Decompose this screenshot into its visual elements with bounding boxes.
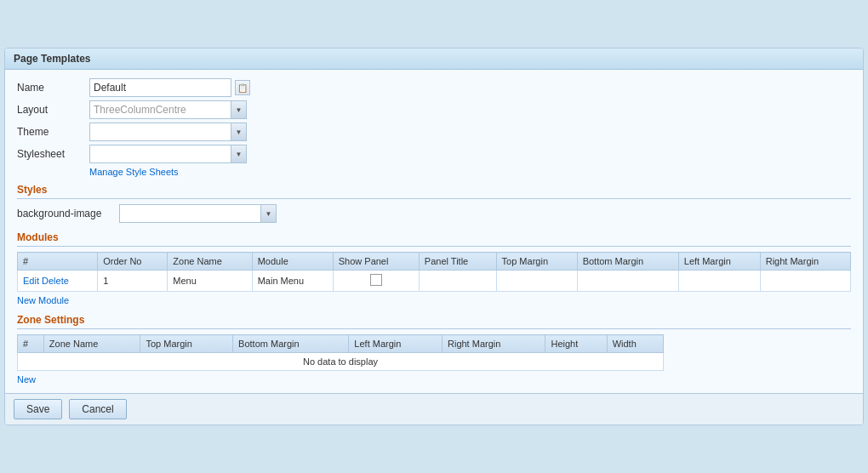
zone-settings-section-divider: Zone Settings <box>17 314 851 329</box>
manage-stylesheets-link[interactable]: Manage Style Sheets <box>89 167 851 177</box>
zone-col-width: Width <box>607 335 663 353</box>
row-module: Main Menu <box>252 271 333 292</box>
page-title-bar: Page Templates <box>5 48 863 70</box>
bg-image-row: background-image <box>17 204 851 223</box>
delete-link[interactable]: Delete <box>42 276 69 286</box>
styles-line <box>17 198 851 199</box>
cancel-button[interactable]: Cancel <box>69 399 126 419</box>
col-top-margin: Top Margin <box>496 253 577 271</box>
new-zone-link[interactable]: New <box>17 374 851 385</box>
name-input[interactable] <box>89 78 231 97</box>
theme-row: Theme <box>17 123 851 141</box>
zone-table-wrapper: # Zone Name Top Margin Bottom Margin Lef… <box>17 334 851 371</box>
col-right-margin: Right Margin <box>760 253 850 271</box>
content-area: Name 📋 Layout ThreeColumnCentre Theme S <box>5 70 863 393</box>
col-module: Module <box>252 253 333 271</box>
save-button[interactable]: Save <box>14 399 62 419</box>
main-container: Page Templates Name 📋 Layout ThreeColumn… <box>4 48 864 425</box>
col-left-margin: Left Margin <box>678 253 760 271</box>
styles-section-divider: Styles <box>17 184 851 199</box>
zone-col-height: Height <box>545 335 607 353</box>
row-zone-name: Menu <box>168 271 252 292</box>
name-input-wrapper: 📋 <box>89 78 250 97</box>
stylesheet-select[interactable] <box>89 145 247 163</box>
row-order-no: 1 <box>98 271 168 292</box>
modules-line <box>17 246 851 247</box>
row-top-margin <box>496 271 577 292</box>
layout-arrow[interactable] <box>231 101 246 118</box>
zone-col-top-margin: Top Margin <box>140 335 233 353</box>
theme-arrow[interactable] <box>231 123 246 140</box>
stylesheet-row: Stylesheet <box>17 145 851 163</box>
zone-header-row: # Zone Name Top Margin Bottom Margin Lef… <box>18 335 664 353</box>
modules-header-row: # Order No Zone Name Module Show Panel P… <box>18 253 851 271</box>
row-panel-title <box>419 271 496 292</box>
modules-title: Modules <box>17 231 851 243</box>
no-data-cell: No data to display <box>18 353 664 371</box>
zone-col-right-margin: Right Margin <box>443 335 545 353</box>
stylesheet-arrow[interactable] <box>231 145 246 162</box>
row-right-margin <box>760 271 850 292</box>
col-panel-title: Panel Title <box>419 253 496 271</box>
col-zone-name: Zone Name <box>168 253 252 271</box>
row-show-panel <box>333 271 419 292</box>
zone-col-hash: # <box>18 335 44 353</box>
styles-title: Styles <box>17 184 851 196</box>
zone-settings-title: Zone Settings <box>17 314 851 326</box>
modules-table-wrapper: # Order No Zone Name Module Show Panel P… <box>17 252 851 292</box>
layout-row: Layout ThreeColumnCentre <box>17 100 851 119</box>
bg-image-arrow[interactable] <box>260 205 276 222</box>
new-module-link[interactable]: New Module <box>17 295 851 305</box>
bottom-bar: Save Cancel <box>5 393 863 425</box>
zone-col-left-margin: Left Margin <box>349 335 443 353</box>
col-bottom-margin: Bottom Margin <box>577 253 678 271</box>
row-left-margin <box>678 271 760 292</box>
theme-select[interactable] <box>89 123 247 141</box>
zone-col-bottom-margin: Bottom Margin <box>233 335 349 353</box>
bg-image-select[interactable] <box>119 204 277 223</box>
show-panel-checkbox[interactable] <box>370 274 382 286</box>
page-title: Page Templates <box>14 53 90 65</box>
edit-link[interactable]: Edit <box>23 276 39 286</box>
col-order-no: Order No <box>98 253 168 271</box>
layout-label: Layout <box>17 104 89 116</box>
row-bottom-margin <box>577 271 678 292</box>
modules-section-divider: Modules <box>17 231 851 247</box>
zone-col-zone-name: Zone Name <box>43 335 140 353</box>
stylesheet-label: Stylesheet <box>17 148 89 160</box>
layout-select[interactable]: ThreeColumnCentre <box>89 100 247 119</box>
name-label: Name <box>17 82 89 94</box>
table-row: Edit Delete 1 Menu Main Menu <box>18 271 851 292</box>
zone-no-data-row: No data to display <box>18 353 664 371</box>
modules-table: # Order No Zone Name Module Show Panel P… <box>17 252 851 292</box>
row-actions: Edit Delete <box>18 271 98 292</box>
col-show-panel: Show Panel <box>333 253 419 271</box>
zone-settings-line <box>17 328 851 329</box>
zone-table: # Zone Name Top Margin Bottom Margin Lef… <box>17 334 664 371</box>
col-hash: # <box>18 253 98 271</box>
theme-label: Theme <box>17 126 89 138</box>
layout-value: ThreeColumnCentre <box>90 104 231 116</box>
copy-icon[interactable]: 📋 <box>235 80 250 95</box>
name-row: Name 📋 <box>17 78 851 97</box>
bg-image-label: background-image <box>17 208 119 219</box>
